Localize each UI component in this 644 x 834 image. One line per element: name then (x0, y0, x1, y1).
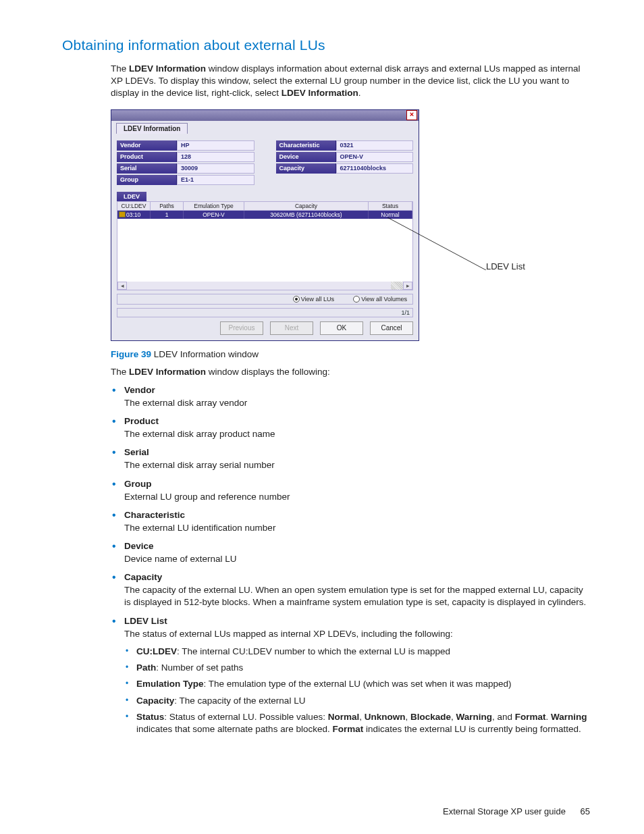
definition-term: Serial (124, 447, 590, 457)
row-emulation: OPEN-V (184, 211, 244, 219)
view-all-volumes-radio[interactable]: View all Volumes (353, 296, 407, 303)
device-label: Device (276, 152, 336, 162)
close-icon[interactable]: × (406, 110, 417, 120)
serial-label: Serial (117, 163, 177, 174)
row-status: Normal (369, 211, 412, 219)
definition-term: Characteristic (124, 510, 590, 520)
col-paths[interactable]: Paths (151, 202, 184, 210)
definition-item: SerialThe external disk array serial num… (111, 447, 590, 471)
sub-item: CU:LDEV: The internal CU:LDEV number to … (124, 646, 590, 658)
row-paths: 1 (151, 211, 184, 219)
hscroll[interactable]: ◂ ▸ (117, 282, 412, 290)
definition-item: CharacteristicThe external LU identifica… (111, 510, 590, 534)
definition-desc: The external disk array serial number (124, 459, 590, 471)
col-emulation[interactable]: Emulation Type (184, 202, 244, 210)
section-heading: Obtaining information about external LUs (62, 37, 590, 53)
capacity-value: 62711040blocks (336, 163, 414, 174)
definition-desc: Device name of external LU (124, 553, 590, 565)
product-value: 128 (177, 152, 254, 162)
radio-icon (353, 296, 360, 303)
intro-bold1: LDEV Information (129, 63, 206, 74)
definition-item: VendorThe external disk array vendor (111, 385, 590, 409)
intro-paragraph: The LDEV Information window displays inf… (111, 63, 590, 100)
serial-value: 30009 (177, 163, 254, 174)
group-value: E1-1 (177, 175, 254, 185)
view-all-lus-radio[interactable]: View all LUs (293, 296, 334, 303)
ldev-info-tab[interactable]: LDEV Information (116, 123, 188, 134)
capacity-label: Capacity (276, 163, 336, 174)
row-capacity: 30620MB (62711040blocks) (244, 211, 369, 219)
view-options: View all LUs View all Volumes (117, 294, 413, 305)
ldev-list-header: CU:LDEV Paths Emulation Type Capacity St… (117, 202, 412, 211)
definition-desc: The external disk array product name (124, 428, 590, 440)
ldev-row[interactable]: 03:10 1 OPEN-V 30620MB (62711040blocks) … (117, 211, 412, 219)
cancel-button[interactable]: Cancel (370, 321, 413, 335)
definition-list: VendorThe external disk array vendorProd… (111, 385, 590, 735)
definition-desc: The external disk array vendor (124, 397, 590, 409)
figure-number: Figure 39 (111, 349, 151, 359)
ldev-list-tab[interactable]: LDEV (117, 192, 146, 201)
radio-icon (293, 296, 300, 303)
vendor-label: Vendor (117, 140, 177, 151)
displays-following: The LDEV Information window displays the… (111, 366, 590, 378)
next-button: Next (270, 321, 313, 335)
definition-item: ProductThe external disk array product n… (111, 416, 590, 440)
device-value: OPEN-V (336, 152, 414, 162)
definition-item-ldev-list: LDEV ListThe status of external LUs mapp… (111, 616, 590, 736)
col-status[interactable]: Status (369, 202, 412, 210)
sub-list: CU:LDEV: The internal CU:LDEV number to … (124, 646, 590, 735)
sub-item: Capacity: The capacity of the external L… (124, 695, 590, 707)
ldev-info-window: × LDEV Information VendorHP Product128 S… (111, 109, 419, 341)
definition-term: Capacity (124, 572, 590, 582)
definition-item: DeviceDevice name of external LU (111, 541, 590, 565)
definition-desc: External LU group and reference number (124, 491, 590, 503)
characteristic-label: Characteristic (276, 140, 336, 151)
scroll-right-icon[interactable]: ▸ (403, 282, 412, 290)
definition-item: GroupExternal LU group and reference num… (111, 479, 590, 503)
figure-caption: Figure 39 LDEV Information window (111, 349, 590, 359)
window-titlebar: × (111, 110, 419, 121)
row-culdev: 03:10 (126, 211, 140, 218)
group-label: Group (117, 175, 177, 185)
definition-term: Vendor (124, 385, 590, 395)
page-number: 65 (581, 806, 590, 816)
definition-term: LDEV List (124, 616, 590, 626)
product-label: Product (117, 152, 177, 162)
ok-button[interactable]: OK (320, 321, 363, 335)
callout-label: LDEV List (486, 261, 525, 271)
characteristic-value: 0321 (336, 140, 414, 151)
sub-item: Path: Number of set paths (124, 662, 590, 674)
col-culdev[interactable]: CU:LDEV (117, 202, 151, 210)
previous-button: Previous (220, 321, 263, 335)
definition-desc: The external LU identification number (124, 522, 590, 534)
col-capacity[interactable]: Capacity (244, 202, 369, 210)
radio-label: View all LUs (301, 296, 334, 303)
definition-term: Product (124, 416, 590, 426)
radio-label: View all Volumes (361, 296, 407, 303)
intro-bold2: LDEV Information (281, 88, 358, 98)
scroll-left-icon[interactable]: ◂ (117, 282, 127, 290)
disk-icon (119, 211, 126, 217)
page-footer: External Storage XP user guide 65 (443, 806, 590, 816)
figure-title: LDEV Information window (151, 349, 259, 359)
footer-title: External Storage XP user guide (443, 806, 566, 816)
intro-text: . (358, 88, 361, 98)
vendor-value: HP (177, 140, 254, 151)
intro-text: The (111, 63, 129, 74)
pager: 1/1 (117, 308, 413, 317)
definition-term: Device (124, 541, 590, 551)
definition-item: CapacityThe capacity of the external LU.… (111, 572, 590, 608)
ldev-list: CU:LDEV Paths Emulation Type Capacity St… (117, 201, 413, 290)
definition-desc: The capacity of the external LU. When an… (124, 584, 590, 608)
definition-desc: The status of external LUs mapped as int… (124, 628, 590, 640)
definition-term: Group (124, 479, 590, 489)
sub-item-status: Status: Status of external LU. Possible … (124, 711, 590, 735)
sub-item: Emulation Type: The emulation type of th… (124, 678, 590, 690)
